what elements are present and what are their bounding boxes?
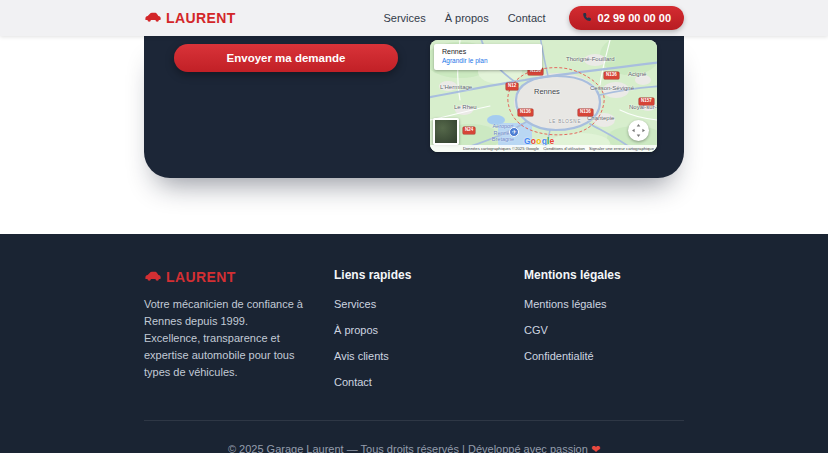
list-item: CGV <box>524 320 684 338</box>
list-item: À propos <box>334 320 494 338</box>
copyright-label: © 2025 Garage Laurent — Tous droits rése… <box>228 443 588 453</box>
list-item: Mentions légales <box>524 294 684 312</box>
map-pan-control[interactable] <box>628 120 649 141</box>
footer-description: Votre mécanicien de confiance à Rennes d… <box>144 296 304 381</box>
list-item: Services <box>334 294 494 312</box>
phone-icon <box>582 12 592 24</box>
road-shield: N136 <box>578 109 593 116</box>
heart-icon: ❤ <box>591 443 600 453</box>
satellite-view-toggle[interactable] <box>433 118 459 145</box>
road-shield: N12 <box>506 83 518 90</box>
footer-link-a-propos[interactable]: À propos <box>334 324 378 336</box>
list-item: Contact <box>334 372 494 390</box>
legal-heading: Mentions légales <box>524 268 684 282</box>
footer-link-mentions-legales[interactable]: Mentions légales <box>524 298 607 310</box>
road-shield: N24 <box>463 127 475 134</box>
brand-logo[interactable]: LAURENT <box>144 9 236 27</box>
car-icon <box>144 9 161 27</box>
car-icon <box>144 268 161 286</box>
phone-number: 02 99 00 00 00 <box>598 12 671 24</box>
footer-legal-column: Mentions légales Mentions légales CGV Co… <box>524 268 684 398</box>
footer-brand-logo[interactable]: LAURENT <box>144 268 304 286</box>
main-nav: Services À propos Contact <box>383 12 545 24</box>
airport-label: Aéroport Rennes Bretagne <box>476 123 530 143</box>
map-terms-link[interactable]: Conditions d'utilisation <box>543 146 585 151</box>
footer-brand-name: LAURENT <box>166 269 236 285</box>
map-attribution-bar: Données cartographiques ©2025 Google Con… <box>430 145 657 152</box>
map-report-error-link[interactable]: Signaler une erreur cartographique <box>589 146 654 151</box>
nav-link-services[interactable]: Services <box>383 12 425 24</box>
copyright-text: © 2025 Garage Laurent — Tous droits rése… <box>144 421 684 453</box>
phone-call-button[interactable]: 02 99 00 00 00 <box>569 6 684 30</box>
main-section: Envoyer ma demande <box>0 36 828 234</box>
send-request-button[interactable]: Envoyer ma demande <box>174 44 398 72</box>
nav-link-a-propos[interactable]: À propos <box>445 12 489 24</box>
top-navbar: LAURENT Services À propos Contact 02 99 … <box>0 0 828 36</box>
footer-link-confidentialite[interactable]: Confidentialité <box>524 350 594 362</box>
footer-link-avis-clients[interactable]: Avis clients <box>334 350 389 362</box>
list-item: Avis clients <box>334 346 494 364</box>
pan-arrows-icon <box>628 120 649 141</box>
road-shield: N157 <box>639 98 654 105</box>
map-attribution-data: Données cartographiques ©2025 Google <box>463 146 539 151</box>
brand-name: LAURENT <box>166 10 236 26</box>
road-shield: N136 <box>604 72 619 79</box>
enlarge-map-link[interactable]: Agrandir le plan <box>442 57 534 64</box>
map-info-window: Rennes Agrandir le plan <box>434 44 542 70</box>
footer-quick-links-column: Liens rapides Services À propos Avis cli… <box>334 268 494 398</box>
footer-link-contact[interactable]: Contact <box>334 376 372 388</box>
list-item: Confidentialité <box>524 346 684 364</box>
page-footer: LAURENT Votre mécanicien de confiance à … <box>0 234 828 453</box>
road-shield: N136 <box>518 109 533 116</box>
map-info-title: Rennes <box>442 48 534 55</box>
footer-link-cgv[interactable]: CGV <box>524 324 548 336</box>
airport-icon: ✈ <box>509 127 519 137</box>
quick-links-heading: Liens rapides <box>334 268 494 282</box>
google-map-embed[interactable]: Thorigné-Fouillard Acigné L'Hermitage Re… <box>430 40 657 152</box>
contact-card: Envoyer ma demande <box>144 36 684 178</box>
nav-link-contact[interactable]: Contact <box>508 12 546 24</box>
footer-about-column: LAURENT Votre mécanicien de confiance à … <box>144 268 304 398</box>
footer-link-services[interactable]: Services <box>334 298 376 310</box>
